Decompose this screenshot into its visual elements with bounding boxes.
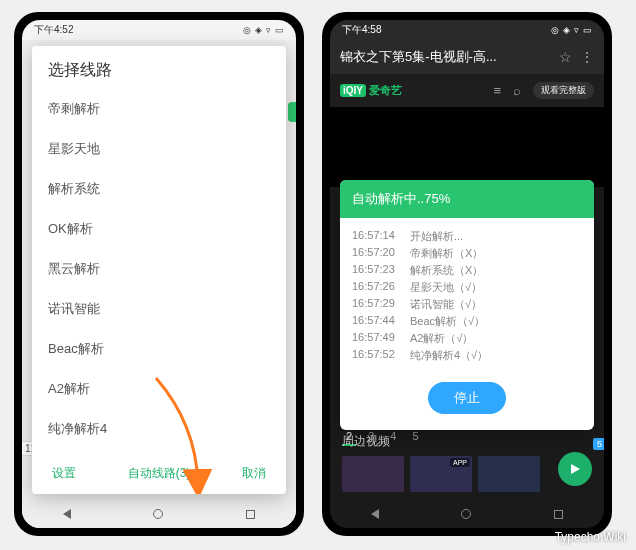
route-item[interactable]: 星影天地	[32, 129, 286, 169]
signal-icon: ▿	[574, 25, 579, 35]
play-fab[interactable]	[558, 452, 592, 486]
iqiyi-logo: iQIY 爱奇艺	[340, 83, 402, 98]
log-row: 16:57:44Beac解析（√）	[352, 313, 582, 330]
battery-icon: ▭	[583, 25, 592, 35]
status-icons: ◎ ◈ ▿ ▭	[243, 25, 284, 35]
settings-button[interactable]: 设置	[46, 461, 82, 486]
camera-icon: ◎	[551, 25, 559, 35]
camera-icon: ◎	[243, 25, 251, 35]
signal-icon: ▿	[266, 25, 271, 35]
dialog-title: 选择线路	[32, 46, 286, 89]
home-icon[interactable]	[153, 509, 163, 519]
parse-progress-card: 自动解析中..75% 16:57:14开始解析... 16:57:20帝剩解析（…	[340, 180, 594, 430]
android-nav-bar	[22, 500, 296, 528]
route-item[interactable]: 纯净解析4	[32, 409, 286, 449]
log-row: 16:57:26星影天地（√）	[352, 279, 582, 296]
stop-button[interactable]: 停止	[428, 382, 506, 414]
battery-icon: ▭	[275, 25, 284, 35]
log-row: 16:57:14开始解析...	[352, 228, 582, 245]
progress-title: 自动解析中..75%	[340, 180, 594, 218]
watermark: Typecho.Wiki	[555, 530, 626, 544]
star-icon[interactable]: ☆	[559, 49, 572, 65]
phone-frame-left: 下午4:52 ◎ ◈ ▿ ▭ 11 选择线路 帝剩解析 星影天地 解析系统 OK…	[14, 12, 304, 536]
wifi-icon: ◈	[255, 25, 262, 35]
status-icons: ◎ ◈ ▿ ▭	[551, 25, 592, 35]
home-icon[interactable]	[461, 509, 471, 519]
route-item[interactable]: 黑云解析	[32, 249, 286, 289]
android-nav-bar	[330, 500, 604, 528]
status-bar: 下午4:52 ◎ ◈ ▿ ▭	[22, 20, 296, 40]
logo-badge: iQIY	[340, 84, 366, 97]
section-title: 周边视频	[330, 427, 604, 456]
log-row: 16:57:23解析系统（X）	[352, 262, 582, 279]
route-item[interactable]: Beac解析	[32, 329, 286, 369]
play-icon	[569, 463, 581, 475]
log-row: 16:57:29诺讯智能（√）	[352, 296, 582, 313]
page-title: 锦衣之下第5集-电视剧-高...	[340, 48, 551, 66]
log-row: 16:57:49A2解析（√）	[352, 330, 582, 347]
more-icon[interactable]: ⋮	[580, 49, 594, 65]
parse-log-list: 16:57:14开始解析... 16:57:20帝剩解析（X） 16:57:23…	[340, 218, 594, 370]
route-item[interactable]: A2解析	[32, 369, 286, 409]
search-icon[interactable]: ⌕	[513, 83, 521, 98]
full-version-button[interactable]: 观看完整版	[533, 82, 594, 99]
wifi-icon: ◈	[563, 25, 570, 35]
cancel-button[interactable]: 取消	[236, 461, 272, 486]
screen-right: 下午4:58 ◎ ◈ ▿ ▭ 锦衣之下第5集-电视剧-高... ☆ ⋮ iQIY…	[330, 20, 604, 528]
status-bar: 下午4:58 ◎ ◈ ▿ ▭	[330, 20, 604, 40]
status-time: 下午4:58	[342, 23, 381, 37]
route-item[interactable]: OK解析	[32, 209, 286, 249]
route-list[interactable]: 帝剩解析 星影天地 解析系统 OK解析 黑云解析 诺讯智能 Beac解析 A2解…	[32, 89, 286, 455]
video-thumbnail[interactable]: APP	[410, 456, 472, 492]
route-item[interactable]: 帝剩解析	[32, 89, 286, 129]
thumb-badge: APP	[450, 458, 470, 467]
app-header: 锦衣之下第5集-电视剧-高... ☆ ⋮	[330, 40, 604, 74]
back-icon[interactable]	[63, 509, 71, 519]
dialog-footer: 设置 自动线路(3) 取消	[32, 455, 286, 494]
stop-button-wrap: 停止	[340, 370, 594, 430]
phone-frame-right: 下午4:58 ◎ ◈ ▿ ▭ 锦衣之下第5集-电视剧-高... ☆ ⋮ iQIY…	[322, 12, 612, 536]
status-time: 下午4:52	[34, 23, 73, 37]
route-item[interactable]: 解析系统	[32, 169, 286, 209]
recents-icon[interactable]	[554, 510, 563, 519]
menu-icon[interactable]: ≡	[493, 83, 501, 98]
video-thumbnail[interactable]	[478, 456, 540, 492]
log-row: 16:57:20帝剩解析（X）	[352, 245, 582, 262]
app-toolbar: iQIY 爱奇艺 ≡ ⌕ 观看完整版	[330, 74, 604, 107]
scroll-indicator	[288, 102, 296, 122]
svg-marker-1	[571, 464, 580, 474]
log-row: 16:57:52纯净解析4（√）	[352, 347, 582, 364]
screen-left: 下午4:52 ◎ ◈ ▿ ▭ 11 选择线路 帝剩解析 星影天地 解析系统 OK…	[22, 20, 296, 528]
recents-icon[interactable]	[246, 510, 255, 519]
logo-text: 爱奇艺	[369, 83, 402, 98]
back-icon[interactable]	[371, 509, 379, 519]
route-item[interactable]: 诺讯智能	[32, 289, 286, 329]
video-player[interactable]	[330, 107, 604, 187]
video-thumbnail[interactable]	[342, 456, 404, 492]
auto-route-button[interactable]: 自动线路(3)	[122, 461, 197, 486]
toolbar-icons: ≡ ⌕ 观看完整版	[493, 82, 594, 99]
route-dialog: 选择线路 帝剩解析 星影天地 解析系统 OK解析 黑云解析 诺讯智能 Beac解…	[32, 46, 286, 494]
